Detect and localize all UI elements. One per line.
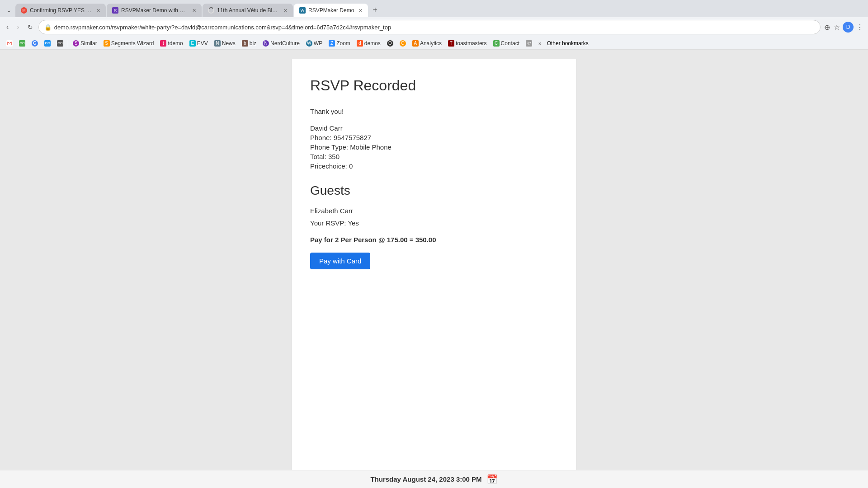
bookmark-cc1[interactable]: CC (16, 39, 28, 47)
tab-close-icon[interactable]: ✕ (96, 8, 100, 14)
nerd-icon: N (263, 40, 269, 47)
47-icon: 47 (526, 40, 532, 47)
bookmark-label: Similar (80, 40, 97, 47)
tab-gmail[interactable]: M Confirming RSVP YES for RSVPM... ✕ (15, 4, 106, 17)
bookmark-g[interactable]: G (29, 39, 41, 47)
bookmark-label: Analytics (420, 40, 442, 47)
page-heading: RSVP Recorded (310, 77, 558, 94)
tab-close-icon[interactable]: ✕ (283, 8, 288, 14)
bookmark-label: NerdCulture (270, 40, 300, 47)
news-icon: N (214, 40, 221, 47)
tab-favicon: W (299, 7, 306, 14)
new-tab-button[interactable]: + (369, 5, 381, 16)
bookmark-cc2[interactable]: CC (42, 39, 53, 47)
pricechoice-value: 0 (349, 162, 353, 170)
tdemo-icon: t (160, 40, 166, 47)
bookmark-news[interactable]: N News (212, 39, 238, 47)
rsvp-value: Yes (348, 219, 359, 227)
phone-label: Phone: (310, 134, 334, 141)
tab-favicon: M (21, 7, 27, 14)
bookmark-demos[interactable]: d demos (354, 39, 383, 47)
tab-title: RSVPMaker Demo with Q&A, Fe... (121, 7, 188, 14)
content-wrapper: RSVP Recorded Thank you! David Carr Phon… (292, 59, 576, 479)
wp-icon: W (306, 40, 312, 47)
similar-icon: S (73, 40, 79, 47)
reload-button[interactable]: ↻ (25, 22, 36, 33)
bookmark-label: demos (364, 40, 381, 47)
zoom-icon: Z (329, 40, 335, 47)
url-text: demo.rsvpmaker.com/rsvpmaker/white-party… (54, 24, 815, 31)
phone-value: 9547575827 (334, 134, 371, 141)
footer-date-text: Thursday August 24, 2023 3:00 PM (370, 475, 481, 483)
calendar-icon: 📅 (486, 474, 498, 485)
cc1-icon: CC (19, 40, 25, 47)
thank-you-text: Thank you! (310, 108, 558, 115)
bookmark-o2[interactable]: O (397, 39, 409, 47)
address-bar[interactable]: 🔒 demo.rsvpmaker.com/rsvpmaker/white-par… (38, 20, 821, 34)
tab-title: RSVPMaker Demo (308, 7, 354, 14)
bookmark-wp[interactable]: W WP (303, 39, 325, 47)
bookmark-label: Contact (501, 40, 519, 47)
cc2-icon: CC (44, 40, 51, 47)
back-button[interactable]: ‹ (4, 21, 11, 33)
evv-icon: E (189, 40, 196, 47)
pricechoice-line: Pricechoice: 0 (310, 162, 558, 170)
bookmark-similar[interactable]: S Similar (70, 39, 100, 47)
contact-icon: C (493, 40, 500, 47)
analytics-icon: A (412, 40, 419, 47)
tab-close-icon[interactable]: ✕ (359, 8, 363, 14)
tab-rsvpmaker-active[interactable]: W RSVPMaker Demo ✕ (294, 4, 368, 17)
tab-title: Confirming RSVP YES for RSVPM... (30, 7, 92, 14)
biz-icon: b (242, 40, 248, 47)
bookmark-o1[interactable]: O (384, 39, 396, 47)
extensions-button[interactable]: ⊕ (823, 22, 831, 33)
toastmasters-icon: T (448, 40, 454, 47)
bookmark-47[interactable]: 47 (523, 39, 535, 47)
bookmark-segments[interactable]: S Segments Wizard (101, 39, 157, 47)
bookmark-label: Zoom (336, 40, 350, 47)
total-line: Total: 350 (310, 153, 558, 160)
phone-type-value: Mobile Phone (350, 143, 392, 151)
bookmark-zoom[interactable]: Z Zoom (326, 39, 353, 47)
bookmark-biz[interactable]: b biz (239, 39, 259, 47)
o2-icon: O (400, 40, 406, 47)
total-label: Total: (310, 153, 328, 160)
forward-button[interactable]: › (14, 21, 22, 33)
bookmark-label: News (222, 40, 236, 47)
bookmark-evv[interactable]: E EVV (187, 39, 211, 47)
bookmark-gmail[interactable] (4, 39, 15, 47)
more-bookmarks-button[interactable]: » (536, 39, 544, 47)
pay-with-card-button[interactable]: Pay with Card (310, 253, 370, 269)
g-icon: G (32, 40, 38, 47)
bookmark-separator (68, 40, 68, 47)
demos-icon: d (357, 40, 363, 47)
tab-vetu[interactable]: 11th Annual Vétu de Blanc – RSV... ✕ (203, 4, 293, 17)
menu-button[interactable]: ⋮ (855, 22, 864, 33)
phone-line: Phone: 9547575827 (310, 134, 558, 141)
tab-overflow-button[interactable]: ⌄ (4, 5, 14, 14)
bookmark-analytics[interactable]: A Analytics (410, 39, 444, 47)
gmail-icon (6, 40, 13, 47)
segments-icon: S (104, 40, 110, 47)
phone-type-line: Phone Type: Mobile Phone (310, 143, 558, 151)
total-value: 350 (328, 153, 340, 160)
pricechoice-label: Pricechoice: (310, 162, 349, 170)
payment-text: Pay for 2 Per Person @ 175.00 = 350.00 (310, 236, 558, 244)
bookmark-label: WP (314, 40, 322, 47)
profile-button[interactable]: D (843, 22, 854, 33)
rsvp-label: Your RSVP: (310, 219, 348, 227)
tab-close-icon[interactable]: ✕ (192, 8, 196, 14)
bookmark-toastmasters[interactable]: T toastmasters (445, 39, 490, 47)
bookmark-tdemo[interactable]: t tdemo (157, 39, 185, 47)
bookmark-cc3[interactable]: CC (54, 39, 66, 47)
bookmark-contact[interactable]: C Contact (491, 39, 522, 47)
tab-title: 11th Annual Vétu de Blanc – RSV... (217, 7, 279, 14)
footer-date: Thursday August 24, 2023 3:00 PM 📅 (0, 470, 868, 488)
rsvp-status-line: Your RSVP: Yes (310, 219, 558, 227)
bookmark-star-button[interactable]: ☆ (833, 22, 841, 33)
bookmark-label: toastmasters (456, 40, 487, 47)
lock-icon: 🔒 (44, 24, 52, 31)
bookmark-nerdculture[interactable]: N NerdCulture (260, 39, 302, 47)
other-bookmarks-label[interactable]: Other bookmarks (547, 40, 589, 47)
tab-rsvpmaker-demo[interactable]: R RSVPMaker Demo with Q&A, Fe... ✕ (107, 4, 202, 17)
